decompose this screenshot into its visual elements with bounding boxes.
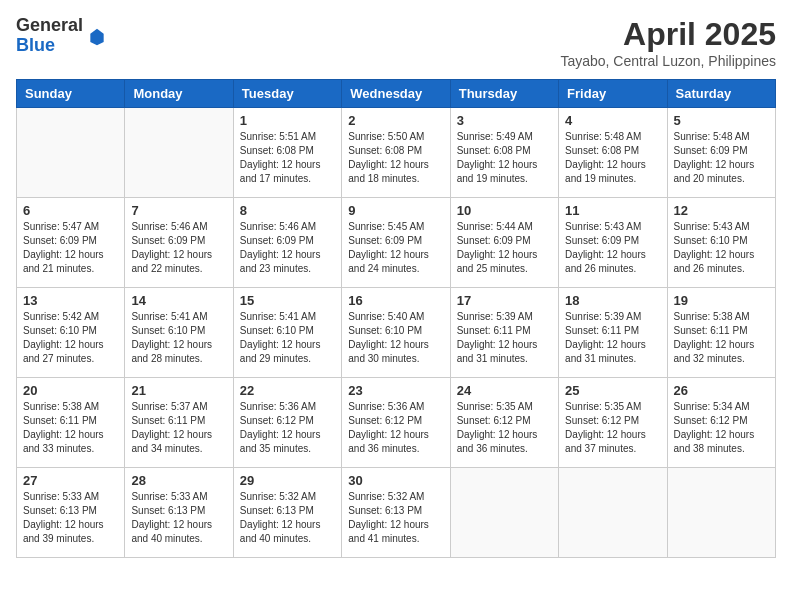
day-info: Sunrise: 5:38 AM Sunset: 6:11 PM Dayligh… xyxy=(23,400,118,456)
day-number: 25 xyxy=(565,383,660,398)
day-number: 6 xyxy=(23,203,118,218)
day-number: 1 xyxy=(240,113,335,128)
day-info: Sunrise: 5:43 AM Sunset: 6:10 PM Dayligh… xyxy=(674,220,769,276)
day-info: Sunrise: 5:43 AM Sunset: 6:09 PM Dayligh… xyxy=(565,220,660,276)
calendar-cell: 14Sunrise: 5:41 AM Sunset: 6:10 PM Dayli… xyxy=(125,288,233,378)
month-year: April 2025 xyxy=(560,16,776,53)
day-number: 19 xyxy=(674,293,769,308)
day-number: 10 xyxy=(457,203,552,218)
calendar-cell xyxy=(667,468,775,558)
calendar-cell: 10Sunrise: 5:44 AM Sunset: 6:09 PM Dayli… xyxy=(450,198,558,288)
day-info: Sunrise: 5:44 AM Sunset: 6:09 PM Dayligh… xyxy=(457,220,552,276)
day-number: 22 xyxy=(240,383,335,398)
calendar-cell: 29Sunrise: 5:32 AM Sunset: 6:13 PM Dayli… xyxy=(233,468,341,558)
day-number: 12 xyxy=(674,203,769,218)
calendar-cell: 17Sunrise: 5:39 AM Sunset: 6:11 PM Dayli… xyxy=(450,288,558,378)
day-info: Sunrise: 5:34 AM Sunset: 6:12 PM Dayligh… xyxy=(674,400,769,456)
day-info: Sunrise: 5:33 AM Sunset: 6:13 PM Dayligh… xyxy=(23,490,118,546)
column-header-thursday: Thursday xyxy=(450,80,558,108)
day-info: Sunrise: 5:33 AM Sunset: 6:13 PM Dayligh… xyxy=(131,490,226,546)
day-info: Sunrise: 5:49 AM Sunset: 6:08 PM Dayligh… xyxy=(457,130,552,186)
day-number: 30 xyxy=(348,473,443,488)
day-number: 28 xyxy=(131,473,226,488)
day-info: Sunrise: 5:42 AM Sunset: 6:10 PM Dayligh… xyxy=(23,310,118,366)
day-info: Sunrise: 5:46 AM Sunset: 6:09 PM Dayligh… xyxy=(131,220,226,276)
day-info: Sunrise: 5:41 AM Sunset: 6:10 PM Dayligh… xyxy=(131,310,226,366)
calendar-cell: 12Sunrise: 5:43 AM Sunset: 6:10 PM Dayli… xyxy=(667,198,775,288)
day-number: 14 xyxy=(131,293,226,308)
logo-icon xyxy=(87,27,107,47)
day-number: 17 xyxy=(457,293,552,308)
day-number: 26 xyxy=(674,383,769,398)
calendar-week-row: 20Sunrise: 5:38 AM Sunset: 6:11 PM Dayli… xyxy=(17,378,776,468)
calendar-week-row: 13Sunrise: 5:42 AM Sunset: 6:10 PM Dayli… xyxy=(17,288,776,378)
day-number: 7 xyxy=(131,203,226,218)
calendar-cell: 19Sunrise: 5:38 AM Sunset: 6:11 PM Dayli… xyxy=(667,288,775,378)
calendar-cell: 28Sunrise: 5:33 AM Sunset: 6:13 PM Dayli… xyxy=(125,468,233,558)
calendar-cell: 2Sunrise: 5:50 AM Sunset: 6:08 PM Daylig… xyxy=(342,108,450,198)
logo: General Blue xyxy=(16,16,107,56)
day-info: Sunrise: 5:48 AM Sunset: 6:08 PM Dayligh… xyxy=(565,130,660,186)
calendar-cell: 11Sunrise: 5:43 AM Sunset: 6:09 PM Dayli… xyxy=(559,198,667,288)
calendar-week-row: 1Sunrise: 5:51 AM Sunset: 6:08 PM Daylig… xyxy=(17,108,776,198)
calendar-cell xyxy=(125,108,233,198)
day-number: 11 xyxy=(565,203,660,218)
day-number: 23 xyxy=(348,383,443,398)
calendar-week-row: 6Sunrise: 5:47 AM Sunset: 6:09 PM Daylig… xyxy=(17,198,776,288)
day-info: Sunrise: 5:35 AM Sunset: 6:12 PM Dayligh… xyxy=(565,400,660,456)
day-info: Sunrise: 5:39 AM Sunset: 6:11 PM Dayligh… xyxy=(565,310,660,366)
day-info: Sunrise: 5:36 AM Sunset: 6:12 PM Dayligh… xyxy=(240,400,335,456)
day-info: Sunrise: 5:50 AM Sunset: 6:08 PM Dayligh… xyxy=(348,130,443,186)
day-number: 21 xyxy=(131,383,226,398)
day-number: 20 xyxy=(23,383,118,398)
calendar-cell xyxy=(559,468,667,558)
day-number: 5 xyxy=(674,113,769,128)
column-header-friday: Friday xyxy=(559,80,667,108)
column-header-saturday: Saturday xyxy=(667,80,775,108)
calendar-table: SundayMondayTuesdayWednesdayThursdayFrid… xyxy=(16,79,776,558)
column-header-sunday: Sunday xyxy=(17,80,125,108)
day-info: Sunrise: 5:46 AM Sunset: 6:09 PM Dayligh… xyxy=(240,220,335,276)
calendar-cell: 23Sunrise: 5:36 AM Sunset: 6:12 PM Dayli… xyxy=(342,378,450,468)
calendar-cell: 25Sunrise: 5:35 AM Sunset: 6:12 PM Dayli… xyxy=(559,378,667,468)
calendar-cell: 24Sunrise: 5:35 AM Sunset: 6:12 PM Dayli… xyxy=(450,378,558,468)
day-info: Sunrise: 5:32 AM Sunset: 6:13 PM Dayligh… xyxy=(240,490,335,546)
day-number: 16 xyxy=(348,293,443,308)
day-number: 15 xyxy=(240,293,335,308)
day-number: 29 xyxy=(240,473,335,488)
day-info: Sunrise: 5:45 AM Sunset: 6:09 PM Dayligh… xyxy=(348,220,443,276)
day-info: Sunrise: 5:32 AM Sunset: 6:13 PM Dayligh… xyxy=(348,490,443,546)
calendar-cell: 8Sunrise: 5:46 AM Sunset: 6:09 PM Daylig… xyxy=(233,198,341,288)
calendar-cell: 26Sunrise: 5:34 AM Sunset: 6:12 PM Dayli… xyxy=(667,378,775,468)
day-info: Sunrise: 5:38 AM Sunset: 6:11 PM Dayligh… xyxy=(674,310,769,366)
logo-general: General xyxy=(16,16,83,36)
column-header-monday: Monday xyxy=(125,80,233,108)
day-number: 13 xyxy=(23,293,118,308)
calendar-cell: 6Sunrise: 5:47 AM Sunset: 6:09 PM Daylig… xyxy=(17,198,125,288)
calendar-cell: 15Sunrise: 5:41 AM Sunset: 6:10 PM Dayli… xyxy=(233,288,341,378)
day-number: 24 xyxy=(457,383,552,398)
day-info: Sunrise: 5:48 AM Sunset: 6:09 PM Dayligh… xyxy=(674,130,769,186)
calendar-cell: 18Sunrise: 5:39 AM Sunset: 6:11 PM Dayli… xyxy=(559,288,667,378)
location: Tayabo, Central Luzon, Philippines xyxy=(560,53,776,69)
calendar-cell: 27Sunrise: 5:33 AM Sunset: 6:13 PM Dayli… xyxy=(17,468,125,558)
title-section: April 2025 Tayabo, Central Luzon, Philip… xyxy=(560,16,776,69)
page-header: General Blue April 2025 Tayabo, Central … xyxy=(16,16,776,69)
calendar-cell: 5Sunrise: 5:48 AM Sunset: 6:09 PM Daylig… xyxy=(667,108,775,198)
calendar-cell: 3Sunrise: 5:49 AM Sunset: 6:08 PM Daylig… xyxy=(450,108,558,198)
logo-blue: Blue xyxy=(16,36,83,56)
calendar-cell: 9Sunrise: 5:45 AM Sunset: 6:09 PM Daylig… xyxy=(342,198,450,288)
calendar-cell: 1Sunrise: 5:51 AM Sunset: 6:08 PM Daylig… xyxy=(233,108,341,198)
column-header-tuesday: Tuesday xyxy=(233,80,341,108)
day-number: 3 xyxy=(457,113,552,128)
day-number: 27 xyxy=(23,473,118,488)
day-info: Sunrise: 5:51 AM Sunset: 6:08 PM Dayligh… xyxy=(240,130,335,186)
day-number: 8 xyxy=(240,203,335,218)
day-number: 9 xyxy=(348,203,443,218)
day-number: 4 xyxy=(565,113,660,128)
day-info: Sunrise: 5:47 AM Sunset: 6:09 PM Dayligh… xyxy=(23,220,118,276)
day-info: Sunrise: 5:40 AM Sunset: 6:10 PM Dayligh… xyxy=(348,310,443,366)
day-number: 18 xyxy=(565,293,660,308)
calendar-header-row: SundayMondayTuesdayWednesdayThursdayFrid… xyxy=(17,80,776,108)
day-info: Sunrise: 5:35 AM Sunset: 6:12 PM Dayligh… xyxy=(457,400,552,456)
